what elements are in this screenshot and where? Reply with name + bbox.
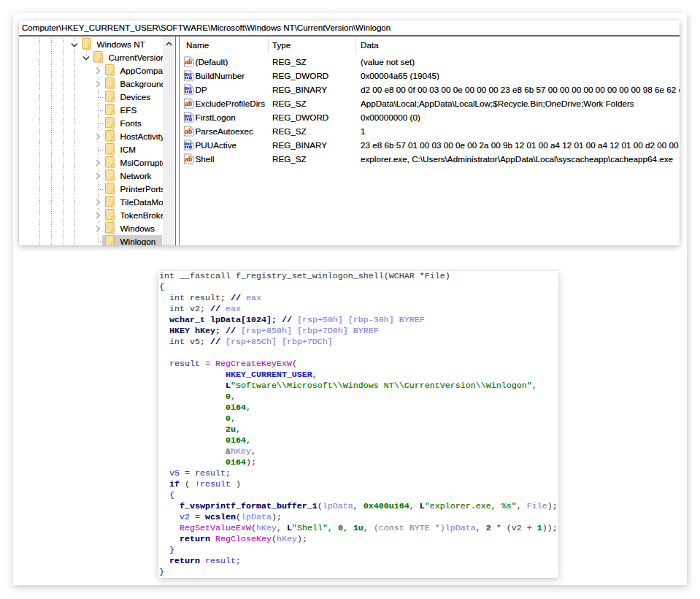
svg-text:ab: ab — [185, 99, 192, 107]
svg-text:ab: ab — [185, 58, 192, 65]
svg-text:ab: ab — [185, 155, 192, 162]
svg-text:ab: ab — [185, 127, 192, 134]
